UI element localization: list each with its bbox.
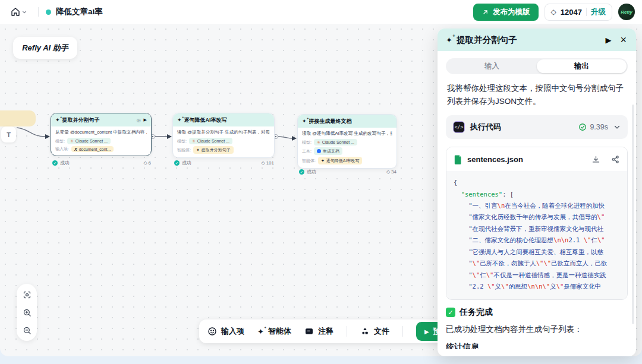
inputs-icon xyxy=(207,327,217,336)
home-icon xyxy=(11,7,20,17)
avatar[interactable]: Refly xyxy=(618,4,635,20)
toolbar-label: 智能体 xyxy=(268,326,291,337)
node-detail-panel: ✦+ 提取并分割句子 ▶ × 输入 输出 我将帮你处理这段文本，按照中文句号分割… xyxy=(438,29,636,356)
diamond-icon: ◇ xyxy=(551,8,556,16)
node-header[interactable]: ✦+ 逐句降低AI率改写 xyxy=(173,113,274,126)
credit-count: 34 xyxy=(391,169,396,175)
publish-label: 发布为模版 xyxy=(493,7,530,17)
claude-icon: ✳ xyxy=(70,139,74,144)
node-extract-split[interactable]: ✦+ 提取并分割句子 ◎ ▶ 从变量 @document_content 中提取… xyxy=(51,113,152,156)
target-icon[interactable]: ◎ xyxy=(137,118,141,123)
node-status: ✓ 成功 ◇6 xyxy=(52,160,151,166)
agent-pill[interactable]: ✦提取并分割句子 xyxy=(193,146,234,154)
success-circle-icon xyxy=(578,123,587,131)
code-line: "一、引言\n在当今社会，随着全球化进程的加快 xyxy=(454,200,620,211)
field-value: 提取并分割句子 xyxy=(202,147,231,153)
model-pill[interactable]: ✳Claude Sonnet ... xyxy=(314,139,357,145)
chevron-down-icon xyxy=(21,9,27,15)
sparkle-icon: ✦ xyxy=(321,159,325,163)
partial-node-header[interactable] xyxy=(0,110,36,126)
field-label: 智能体: xyxy=(177,147,191,153)
duration-label: 9.39s xyxy=(590,123,608,131)
cutoff-section: 统计信息 xyxy=(446,342,628,349)
credits-count: 12047 xyxy=(561,8,582,17)
inputs-button[interactable]: 输入项 xyxy=(207,326,244,337)
document-node-icon[interactable]: T xyxy=(1,126,16,143)
zoom-in-button[interactable] xyxy=(22,308,32,317)
chevron-down-icon[interactable] xyxy=(613,124,621,131)
execute-code-label: 执行代码 xyxy=(470,122,573,132)
toolbar-label: 输入项 xyxy=(221,326,244,337)
credit-count: 101 xyxy=(266,160,274,166)
fit-view-icon xyxy=(23,290,32,299)
zoom-out-button[interactable] xyxy=(22,325,32,335)
sparkle-icon: ✦+ xyxy=(446,36,452,45)
files-button[interactable]: 文件 xyxy=(360,326,389,337)
assistant-message: 我将帮你处理这段文本，按照中文句号分割成句子列表并保存为JSON文件。 xyxy=(447,82,627,107)
status-label: 成功 xyxy=(182,160,191,166)
code-lines[interactable]: { "sentences": [ "一、引言\n在当今社会，随着全球化进程的加快… xyxy=(446,171,627,299)
task-complete-label: 任务完成 xyxy=(460,307,493,318)
model-pill[interactable]: ✳Claude Sonnet ... xyxy=(189,138,232,144)
agent-icon: ✦+ xyxy=(257,327,264,336)
code-line: "儒家文化历经数千年的传承与发展，其倡导的\" xyxy=(454,211,620,223)
canvas-bottom-toolbar: 输入项 ✦+ 智能体 注释 文件 ▶ 预览 xyxy=(199,319,465,343)
sparkle-icon: ✦+ xyxy=(177,117,182,123)
tab-input[interactable]: 输入 xyxy=(447,59,537,73)
success-check-icon: ✓ xyxy=(299,169,304,175)
upgrade-link[interactable]: 升级 xyxy=(591,7,606,17)
credits-pill[interactable]: ◇ 12047 升级 xyxy=(545,4,612,21)
zoom-out-icon xyxy=(23,326,32,335)
node-merge-document[interactable]: ✦+ 拼接生成最终文档 读取 @逐句降低AI率改写 生成的改写句子，拼接成完..… xyxy=(297,114,397,169)
panel-header: ✦+ 提取并分割句子 ▶ × xyxy=(438,29,636,51)
topbar: 降低文章ai率 发布为模版 ◇ 12047 升级 Refly xyxy=(0,0,642,24)
field-value: 逐句降低AI率改写 xyxy=(326,158,360,164)
field-value: Claude Sonnet ... xyxy=(75,139,108,143)
model-pill[interactable]: ✳Claude Sonnet ... xyxy=(67,138,111,144)
home-button[interactable] xyxy=(7,5,31,19)
scrollbar[interactable] xyxy=(632,105,634,324)
divider xyxy=(586,8,587,16)
node-rewrite[interactable]: ✦+ 逐句降低AI率改写 读取 @提取并分割句子 生成的句子列表，对每个句子..… xyxy=(172,113,275,158)
code-line: "它强调人与人之间要相互关爱、相互尊重，以慈 xyxy=(454,246,620,258)
field-value: Claude Sonnet ... xyxy=(322,140,354,144)
publish-template-button[interactable]: 发布为模版 xyxy=(473,4,539,21)
filename: sentences.json xyxy=(467,155,587,164)
generate-doc-icon xyxy=(317,149,321,153)
tab-output[interactable]: 输出 xyxy=(537,59,627,73)
field-value: document_cont... xyxy=(79,147,111,151)
variable-icon: X xyxy=(74,147,77,151)
node-header[interactable]: ✦+ 提取并分割句子 ◎ ▶ xyxy=(51,113,151,126)
input-variable-pill[interactable]: Xdocument_cont... xyxy=(71,146,114,152)
close-icon[interactable]: × xyxy=(619,34,628,45)
diamond-icon: ◇ xyxy=(143,160,147,166)
node-title: 拼接生成最终文档 xyxy=(309,118,392,125)
node-title: 提取并分割句子 xyxy=(62,116,134,124)
share-icon xyxy=(611,155,620,164)
download-button[interactable] xyxy=(591,155,600,164)
tool-pill[interactable]: 生成文档 xyxy=(314,147,342,155)
fit-view-button[interactable] xyxy=(22,290,32,299)
sparkle-icon: ✦ xyxy=(196,148,200,153)
toolbar-label: 注释 xyxy=(318,326,333,337)
node-description: 从变量 @document_content 中提取文档内容，按规... xyxy=(55,129,147,135)
divider xyxy=(38,7,39,17)
agent-button[interactable]: ✦+ 智能体 xyxy=(257,326,291,337)
field-label: 输入项: xyxy=(55,146,69,152)
code-line: "\"己所不欲，勿施于人\"\"己欲立而立人，己欲 xyxy=(454,258,620,269)
sparkle-icon: ✦+ xyxy=(55,117,60,123)
run-button[interactable]: ▶ xyxy=(602,34,615,46)
execute-code-row[interactable]: </> 执行代码 9.39s xyxy=(446,115,628,139)
code-line: "sentences": [ xyxy=(454,189,620,200)
node-header[interactable]: ✦+ 拼接生成最终文档 xyxy=(298,115,396,128)
note-button[interactable]: 注释 xyxy=(304,326,333,337)
field-label: 模型: xyxy=(55,138,65,144)
assistant-badge[interactable]: Refly AI 助手 xyxy=(13,37,77,59)
project-title: 降低文章ai率 xyxy=(56,7,103,17)
agent-pill[interactable]: ✦逐句降低AI率改写 xyxy=(318,157,363,164)
avatar-text: Refly xyxy=(621,10,632,15)
share-button[interactable] xyxy=(611,155,620,164)
node-status: ✓ 成功 ◇34 xyxy=(299,169,396,175)
node-status: ✓ 成功 ◇101 xyxy=(174,160,274,166)
run-node-icon[interactable]: ▶ xyxy=(144,118,147,122)
